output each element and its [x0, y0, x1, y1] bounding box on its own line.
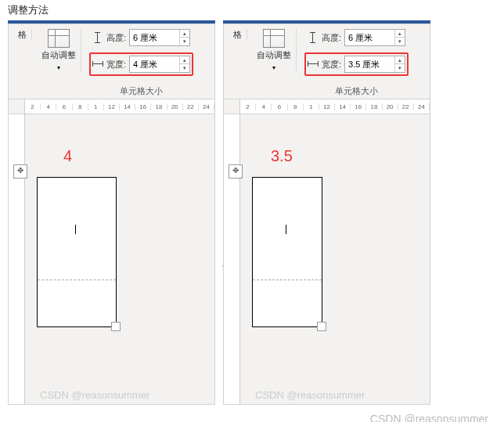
- table-cell[interactable]: [37, 177, 117, 327]
- panel-after: 格 自动调整 ▾ 高度: ▴▾: [223, 20, 430, 405]
- cell-divider: [253, 280, 322, 280]
- ribbon: 格 自动调整 ▾ 高度: ▴▾: [223, 23, 430, 99]
- width-input[interactable]: [345, 56, 394, 72]
- height-spin-buttons[interactable]: ▴▾: [394, 30, 405, 45]
- chevron-down-icon[interactable]: ▾: [57, 64, 60, 71]
- h-ruler: 24 68 112 1416 1820 2224: [223, 99, 430, 114]
- width-spinner[interactable]: ▴▾: [344, 56, 405, 73]
- document-area[interactable]: ✥ 4 CSDN @reasonsummer: [8, 114, 215, 405]
- autofit-label: 自动调整: [41, 49, 76, 61]
- ruler-ticks: 24 68 112 1416 1820 2224: [25, 103, 214, 110]
- watermark: CSDN @reasonsummer: [255, 389, 365, 401]
- width-spinner[interactable]: ▴▾: [129, 56, 190, 73]
- height-row: 高度: ▴▾: [92, 29, 190, 46]
- width-label: 宽度:: [106, 59, 126, 70]
- document-area[interactable]: ✥ 3.5 CSDN @reasonsummer: [223, 114, 430, 405]
- panel-before: 格 自动调整 ▾ 高度: ▴▾: [8, 20, 215, 405]
- ruler-corner: [9, 99, 25, 114]
- height-icon: [308, 32, 319, 43]
- autofit-icon: [263, 29, 285, 48]
- grid-column: 格: [13, 29, 32, 41]
- outer-watermark: CSDN @reasonsummer: [0, 405, 504, 422]
- cell-divider: [38, 280, 116, 280]
- comparison-panels: 格 自动调整 ▾ 高度: ▴▾: [0, 20, 504, 405]
- height-input[interactable]: [130, 30, 179, 45]
- group-label: 单元格大小: [120, 85, 163, 97]
- table-move-handle[interactable]: ✥: [229, 164, 243, 179]
- v-ruler: [9, 114, 25, 404]
- table-cell[interactable]: [252, 177, 322, 327]
- width-row: 宽度: ▴▾: [89, 52, 193, 76]
- autofit-column[interactable]: 自动调整 ▾: [37, 29, 81, 71]
- height-spin-buttons[interactable]: ▴▾: [179, 30, 189, 45]
- height-icon: [92, 32, 103, 43]
- ribbon: 格 自动调整 ▾ 高度: ▴▾: [8, 23, 215, 99]
- grid-column: 格: [229, 29, 247, 41]
- dimensions-column: 高度: ▴▾ 宽度: ▴▾ 单元格大小: [86, 29, 196, 97]
- height-spinner[interactable]: ▴▾: [344, 29, 405, 46]
- autofit-icon: [48, 29, 70, 48]
- chevron-down-icon[interactable]: ▾: [272, 64, 275, 71]
- width-icon: [308, 59, 319, 70]
- width-row: 宽度: ▴▾: [304, 52, 409, 76]
- height-spinner[interactable]: ▴▾: [129, 29, 190, 46]
- resize-handle[interactable]: [111, 322, 121, 331]
- width-spin-buttons[interactable]: ▴▾: [179, 56, 189, 72]
- dimensions-column: 高度: ▴▾ 宽度: ▴▾ 单元格大小: [301, 29, 412, 97]
- annotation: 4: [63, 147, 72, 165]
- group-label: 单元格大小: [335, 85, 378, 97]
- resize-handle[interactable]: [317, 322, 326, 331]
- grid-label: 格: [18, 29, 27, 41]
- width-spin-buttons[interactable]: ▴▾: [394, 56, 405, 72]
- grid-label: 格: [233, 29, 242, 41]
- width-input[interactable]: [130, 56, 179, 72]
- ruler-corner: [224, 99, 240, 114]
- height-input[interactable]: [345, 30, 394, 45]
- ruler-ticks: 24 68 112 1416 1820 2224: [240, 103, 430, 110]
- watermark: CSDN @reasonsummer: [40, 389, 149, 401]
- table-move-handle[interactable]: ✥: [13, 164, 27, 179]
- width-icon: [92, 59, 103, 70]
- height-label: 高度:: [106, 32, 126, 44]
- height-label: 高度:: [322, 32, 341, 44]
- width-label: 宽度:: [322, 59, 341, 70]
- page-title: 调整方法: [0, 0, 504, 20]
- height-row: 高度: ▴▾: [308, 29, 405, 46]
- annotation: 3.5: [271, 147, 293, 165]
- autofit-column[interactable]: 自动调整 ▾: [252, 29, 297, 71]
- autofit-label: 自动调整: [257, 49, 291, 61]
- text-cursor: [286, 225, 286, 234]
- v-ruler: [224, 114, 240, 404]
- text-cursor: [75, 225, 76, 234]
- h-ruler: 24 68 112 1416 1820 2224: [8, 99, 215, 114]
